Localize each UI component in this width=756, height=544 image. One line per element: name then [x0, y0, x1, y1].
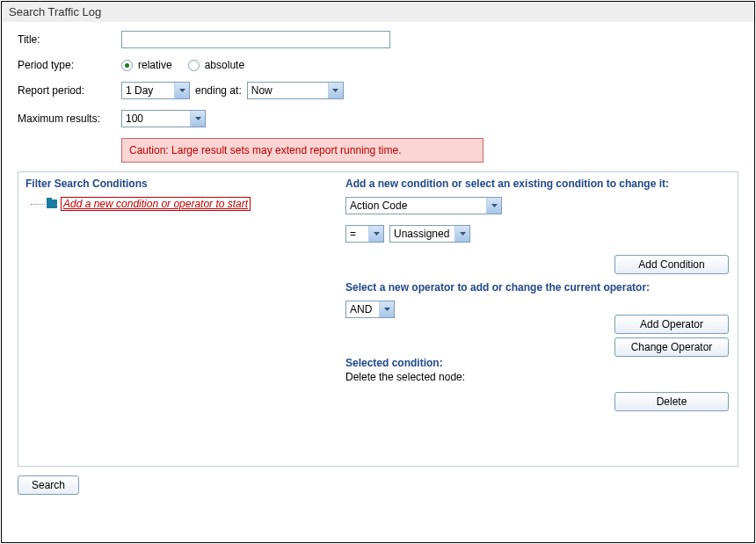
chevron-down-icon: [486, 198, 501, 214]
filter-conditions-heading: Filter Search Conditions: [25, 178, 330, 190]
period-type-relative-label: relative: [138, 59, 172, 71]
add-condition-heading: Add a new condition or select an existin…: [345, 178, 729, 190]
max-results-label: Maximum results:: [18, 112, 121, 125]
tree-connector-icon: [31, 204, 45, 205]
condition-field-value: Action Code: [350, 199, 407, 212]
condition-field-select[interactable]: Action Code: [345, 197, 502, 214]
report-period-label: Report period:: [18, 84, 121, 97]
chevron-down-icon: [174, 83, 189, 98]
window-title: Search Traffic Log: [2, 2, 754, 22]
condition-operator-value: =: [350, 228, 356, 240]
period-type-absolute-label: absolute: [205, 59, 244, 71]
change-operator-button[interactable]: Change Operator: [614, 337, 729, 357]
tree-row: Add a new condition or operator to start: [31, 197, 330, 211]
chevron-down-icon: [454, 226, 469, 242]
chevron-down-icon: [190, 111, 205, 127]
caution-message: Caution: Large result sets may extend re…: [121, 138, 483, 163]
condition-value-select[interactable]: Unassigned: [389, 225, 470, 243]
search-button[interactable]: Search: [18, 475, 79, 495]
max-results-select[interactable]: 100: [121, 110, 206, 127]
title-input[interactable]: [121, 31, 390, 48]
operator-heading: Select a new operator to add or change t…: [345, 281, 729, 294]
conditions-panels: Filter Search Conditions Add a new condi…: [18, 171, 738, 467]
condition-operator-select[interactable]: =: [345, 225, 384, 243]
max-results-value: 100: [126, 112, 143, 125]
add-condition-button[interactable]: Add Condition: [614, 255, 729, 274]
period-type-label: Period type:: [18, 59, 121, 71]
add-condition-start-link[interactable]: Add a new condition or operator to start: [61, 197, 251, 211]
add-operator-button[interactable]: Add Operator: [614, 315, 729, 334]
form-area: Title: Period type: relative absolute Re…: [2, 22, 754, 163]
report-period-select[interactable]: 1 Day: [121, 82, 190, 99]
operator-value: AND: [350, 303, 372, 316]
period-type-absolute-radio[interactable]: [188, 60, 200, 71]
window: Search Traffic Log Title: Period type: r…: [1, 1, 755, 543]
title-label: Title:: [18, 33, 121, 46]
operator-select[interactable]: AND: [345, 301, 395, 318]
delete-button[interactable]: Delete: [614, 392, 729, 411]
ending-at-select[interactable]: Now: [247, 82, 344, 99]
delete-hint: Delete the selected node:: [345, 371, 729, 383]
filter-conditions-panel: Filter Search Conditions Add a new condi…: [18, 172, 337, 466]
chevron-down-icon: [379, 301, 394, 317]
selected-condition-heading: Selected condition:: [345, 357, 729, 369]
condition-editor-panel: Add a new condition or select an existin…: [337, 172, 738, 466]
chevron-down-icon: [328, 83, 343, 98]
report-period-value: 1 Day: [126, 84, 153, 97]
period-type-relative-radio[interactable]: [121, 60, 133, 71]
folder-icon: [47, 199, 57, 208]
condition-value-value: Unassigned: [394, 228, 449, 240]
ending-at-value: Now: [251, 84, 273, 97]
chevron-down-icon: [368, 226, 383, 242]
ending-at-label: ending at:: [195, 84, 242, 97]
